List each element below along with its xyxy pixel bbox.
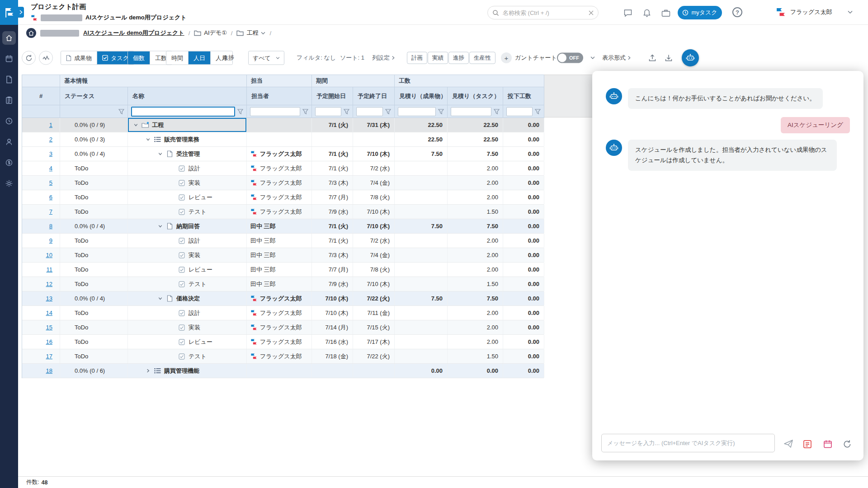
task-name-cell[interactable]: 受注管理 bbox=[128, 147, 247, 161]
estimate-task-cell[interactable]: 7.50 bbox=[448, 147, 503, 161]
task-name-cell[interactable]: 工程 bbox=[128, 118, 247, 132]
estimate-task-cell[interactable]: 2.00 bbox=[448, 176, 503, 190]
assignee-cell[interactable]: フラッグス太郎 bbox=[247, 320, 312, 334]
export-button[interactable] bbox=[648, 54, 656, 62]
funnel-icon[interactable] bbox=[535, 109, 541, 114]
table-row[interactable]: 80.0% (0 / 4)納期回答田中 三郎7/1 (火)7/10 (木)7.5… bbox=[22, 219, 544, 234]
expand-toggle[interactable] bbox=[144, 368, 152, 373]
actual-effort-cell[interactable]: 0.00 bbox=[503, 234, 544, 248]
actual-effort-cell[interactable]: 0.00 bbox=[503, 132, 544, 146]
status-cell[interactable]: ToDo bbox=[60, 335, 128, 349]
count-toggle[interactable]: 個数 bbox=[128, 52, 150, 65]
estimate-deliverable-cell[interactable] bbox=[395, 349, 448, 363]
breadcrumb-project-link[interactable]: AIスケジュール demo用プロジェクト bbox=[83, 29, 184, 37]
ai-task-list-button[interactable] bbox=[803, 440, 812, 449]
collapse-toggle[interactable] bbox=[156, 296, 164, 301]
estimate-task-cell[interactable]: 7.50 bbox=[448, 219, 503, 233]
funnel-icon[interactable] bbox=[385, 109, 391, 114]
table-row[interactable]: 17ToDoテストフラッグス太郎7/18 (金)7/22 (火)1.500.00 bbox=[22, 349, 544, 364]
status-cell[interactable]: ToDo bbox=[60, 306, 128, 320]
table-row[interactable]: 10.0% (0 / 9)工程7/1 (火)7/31 (木)22.5022.50… bbox=[22, 118, 544, 132]
home-breadcrumb-icon[interactable] bbox=[26, 28, 36, 38]
download-button[interactable] bbox=[665, 54, 673, 62]
app-logo[interactable] bbox=[0, 0, 18, 25]
estimate-task-cell[interactable]: 2.00 bbox=[448, 234, 503, 248]
estimate-deliverable-cell[interactable] bbox=[395, 306, 448, 320]
assignee-cell[interactable]: フラッグス太郎 bbox=[247, 176, 312, 190]
send-button[interactable] bbox=[783, 439, 793, 449]
planned-end-cell[interactable]: 7/11 (金) bbox=[353, 306, 395, 320]
table-row[interactable]: 180.0% (0 / 6)購買管理機能0.000.000.00 bbox=[22, 364, 544, 378]
planned-end-cell[interactable] bbox=[353, 132, 395, 146]
planned-start-cell[interactable]: 7/9 (水) bbox=[312, 205, 353, 219]
table-row[interactable]: 7ToDoテストフラッグス太郎7/9 (水)7/10 (木)1.500.00 bbox=[22, 205, 544, 219]
assignee-cell[interactable]: 田中 三郎 bbox=[247, 234, 312, 248]
planned-start-cell[interactable]: 7/1 (火) bbox=[312, 161, 353, 175]
table-row[interactable]: 6ToDoレビューフラッグス太郎7/7 (月)7/8 (火)2.000.00 bbox=[22, 190, 544, 205]
planned-end-cell[interactable]: 7/2 (水) bbox=[353, 161, 395, 175]
estimate-deliverable-cell[interactable] bbox=[395, 176, 448, 190]
task-name-cell[interactable]: レビュー bbox=[128, 190, 247, 204]
column-settings-button[interactable]: 列設定 bbox=[372, 54, 395, 62]
person-day-toggle[interactable]: 人日 bbox=[188, 52, 210, 65]
scope-select[interactable]: すべて bbox=[248, 51, 284, 65]
column-header-end[interactable]: 予定終了日 bbox=[353, 87, 395, 105]
progress-button[interactable]: 進捗 bbox=[222, 54, 234, 62]
row-number-link[interactable]: 2 bbox=[49, 136, 52, 143]
table-row[interactable]: 15ToDo実装フラッグス太郎7/14 (月)7/15 (火)2.000.00 bbox=[22, 320, 544, 335]
actual-effort-cell[interactable]: 0.00 bbox=[503, 190, 544, 204]
column-header-name[interactable]: 名称 bbox=[128, 87, 247, 105]
ai-assistant-button[interactable] bbox=[682, 49, 699, 66]
funnel-icon[interactable] bbox=[494, 109, 500, 114]
messages-button[interactable] bbox=[623, 8, 633, 19]
task-name-cell[interactable]: 設計 bbox=[128, 161, 247, 175]
workspace-button[interactable] bbox=[660, 8, 671, 19]
estimate-task-cell[interactable]: 2.00 bbox=[448, 248, 503, 262]
estimate-deliverable-cell[interactable] bbox=[395, 190, 448, 204]
table-row[interactable]: 11ToDoレビュー田中 三郎7/7 (月)7/8 (火)2.000.00 bbox=[22, 263, 544, 277]
planned-end-cell[interactable]: 7/31 (木) bbox=[353, 118, 395, 132]
actual-effort-cell[interactable]: 0.00 bbox=[503, 277, 544, 291]
assignee-cell[interactable]: フラッグス太郎 bbox=[247, 306, 312, 320]
planned-start-cell[interactable]: 7/1 (火) bbox=[312, 219, 353, 233]
planned-end-cell[interactable]: 7/10 (木) bbox=[353, 277, 395, 291]
table-row[interactable]: 12ToDoテスト田中 三郎7/9 (水)7/10 (木)1.500.00 bbox=[22, 277, 544, 291]
start-filter-input[interactable] bbox=[315, 107, 341, 116]
estimate-task-cell[interactable]: 2.00 bbox=[448, 306, 503, 320]
user-menu[interactable]: フラッグス太郎 bbox=[776, 5, 853, 19]
estimate-deliverable-cell[interactable]: 7.50 bbox=[395, 291, 448, 305]
task-name-cell[interactable]: テスト bbox=[128, 205, 247, 219]
status-cell[interactable]: ToDo bbox=[60, 263, 128, 277]
planned-end-cell[interactable]: 7/22 (火) bbox=[353, 349, 395, 363]
planned-end-cell[interactable]: 7/10 (木) bbox=[353, 219, 395, 233]
task-name-cell[interactable]: 販売管理業務 bbox=[128, 132, 247, 146]
row-number-link[interactable]: 11 bbox=[47, 266, 53, 273]
table-row[interactable]: 16ToDoレビューフラッグス太郎7/16 (水)7/17 (木)2.000.0… bbox=[22, 335, 544, 349]
column-header-num[interactable]: # bbox=[22, 87, 60, 105]
estimate-deliverable-cell[interactable] bbox=[395, 320, 448, 334]
assignee-cell[interactable]: フラッグス太郎 bbox=[247, 291, 312, 305]
estimate-deliverable-cell[interactable]: 7.50 bbox=[395, 219, 448, 233]
chevron-down-icon[interactable] bbox=[261, 32, 265, 35]
column-header-actual[interactable]: 投下工数 bbox=[503, 87, 544, 105]
sidebar-item-history[interactable] bbox=[0, 111, 18, 131]
assignee-cell[interactable]: フラッグス太郎 bbox=[247, 190, 312, 204]
est-task-filter-input[interactable] bbox=[451, 107, 491, 116]
actual-effort-cell[interactable]: 0.00 bbox=[503, 364, 544, 378]
task-name-cell[interactable]: 実装 bbox=[128, 176, 247, 190]
row-number-link[interactable]: 13 bbox=[46, 295, 52, 302]
status-cell[interactable]: ToDo bbox=[60, 161, 128, 175]
status-cell[interactable]: 0.0% (0 / 9) bbox=[60, 118, 128, 132]
row-number-link[interactable]: 18 bbox=[46, 367, 52, 374]
row-number-link[interactable]: 6 bbox=[49, 194, 52, 201]
sidebar-item-tasks[interactable] bbox=[0, 90, 18, 111]
est-deliverable-filter-input[interactable] bbox=[398, 107, 436, 116]
estimate-task-cell[interactable]: 22.50 bbox=[448, 118, 503, 132]
estimate-deliverable-cell[interactable]: 22.50 bbox=[395, 132, 448, 146]
name-filter-input[interactable] bbox=[131, 107, 235, 117]
actual-effort-cell[interactable]: 0.00 bbox=[503, 349, 544, 363]
estimate-task-cell[interactable]: 2.00 bbox=[448, 190, 503, 204]
planned-end-cell[interactable]: 7/8 (火) bbox=[353, 190, 395, 204]
table-row[interactable]: 20.0% (0 / 3)販売管理業務22.5022.500.00 bbox=[22, 132, 544, 147]
column-header-start[interactable]: 予定開始日 bbox=[312, 87, 353, 105]
